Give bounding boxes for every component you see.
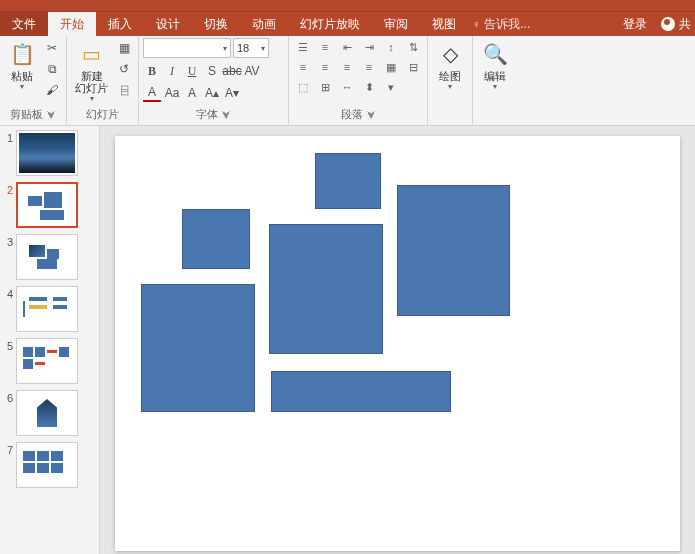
italic-button[interactable]: I <box>163 62 181 80</box>
font-dialog-launcher[interactable]: ⮟ <box>222 110 231 120</box>
thumb-slide-2[interactable]: 2 <box>2 182 97 228</box>
layout-icon: ▦ <box>119 41 130 55</box>
slides-group-label: 幻灯片 <box>71 105 134 123</box>
group-clipboard: 📋 粘贴 ▾ ✂ ⧉ 🖌 剪贴板⮟ <box>0 36 67 125</box>
paste-button[interactable]: 📋 粘贴 ▾ <box>4 38 40 93</box>
align-right-button[interactable]: ≡ <box>337 58 357 76</box>
shape-rectangle[interactable] <box>397 185 510 316</box>
thumb-slide-3[interactable]: 3 <box>2 234 97 280</box>
paragraph-dialog-launcher[interactable]: ⮟ <box>367 110 376 120</box>
shape-rectangle[interactable] <box>269 224 383 354</box>
text-direction-button[interactable]: ⇅ <box>403 38 423 56</box>
reset-icon: ↺ <box>119 62 129 76</box>
font-size-combo[interactable]: 18▾ <box>233 38 269 58</box>
shapes-icon: ◇ <box>436 40 464 68</box>
decrease-font-button[interactable]: A▾ <box>223 84 241 102</box>
decrease-indent-button[interactable]: ⇤ <box>337 38 357 56</box>
convert-smartart-button[interactable]: ⬚ <box>293 78 313 96</box>
share-button[interactable]: 共 <box>675 16 695 33</box>
increase-indent-button[interactable]: ⇥ <box>359 38 379 56</box>
group-slides: ▭ 新建 幻灯片 ▾ ▦ ↺ ⌸ 幻灯片 <box>67 36 139 125</box>
underline-button[interactable]: U <box>183 62 201 80</box>
char-spacing-button[interactable]: AV <box>243 62 261 80</box>
section-button[interactable]: ⌸ <box>114 80 134 100</box>
tab-view[interactable]: 视图 <box>420 12 468 36</box>
cut-button[interactable]: ✂ <box>42 38 62 58</box>
group-paragraph: ☰ ≡ ⇤ ⇥ ↕ ⇅ ≡ ≡ ≡ ≡ ▦ ⊟ ⬚ ⊞ ↔ ⬍ ▾ <box>289 36 428 125</box>
thumb-number: 6 <box>2 390 16 404</box>
brush-icon: 🖌 <box>46 83 58 97</box>
thumb-slide-5[interactable]: 5 <box>2 338 97 384</box>
shadow-button[interactable]: S <box>203 62 221 80</box>
tab-slideshow[interactable]: 幻灯片放映 <box>288 12 372 36</box>
section-icon: ⌸ <box>121 83 128 97</box>
editing-button[interactable]: 🔍 编辑 ▾ <box>477 38 513 93</box>
vertical-text-button[interactable]: ⬍ <box>359 78 379 96</box>
copy-icon: ⧉ <box>48 62 57 76</box>
drawing-button[interactable]: ◇ 绘图 ▾ <box>432 38 468 93</box>
slide-canvas-area[interactable] <box>100 126 695 554</box>
thumb-slide-4[interactable]: 4 <box>2 286 97 332</box>
thumb-slide-7[interactable]: 7 <box>2 442 97 488</box>
chevron-down-icon: ▾ <box>448 82 452 91</box>
tab-review[interactable]: 审阅 <box>372 12 420 36</box>
thumb-slide-6[interactable]: 6 <box>2 390 97 436</box>
paste-label: 粘贴 <box>11 70 33 82</box>
line-spacing-button[interactable]: ↕ <box>381 38 401 56</box>
thumbnail-panel[interactable]: 1 2 3 4 5 6 7 <box>0 126 100 554</box>
chevron-down-icon: ▾ <box>20 82 24 91</box>
thumb-number: 3 <box>2 234 16 248</box>
align-left-button[interactable]: ≡ <box>293 58 313 76</box>
tab-animations[interactable]: 动画 <box>240 12 288 36</box>
font-size-value: 18 <box>237 42 249 54</box>
thumb-number: 7 <box>2 442 16 456</box>
reset-button[interactable]: ↺ <box>114 59 134 79</box>
layout-button[interactable]: ▦ <box>114 38 134 58</box>
increase-font-button[interactable]: A▴ <box>203 84 221 102</box>
numbering-button[interactable]: ≡ <box>315 38 335 56</box>
tab-design[interactable]: 设计 <box>144 12 192 36</box>
workspace: 1 2 3 4 5 6 7 <box>0 126 695 554</box>
slide[interactable] <box>115 136 680 551</box>
thumb-number: 1 <box>2 130 16 144</box>
shape-rectangle[interactable] <box>271 371 451 412</box>
justify-button[interactable]: ≡ <box>359 58 379 76</box>
tab-insert[interactable]: 插入 <box>96 12 144 36</box>
bullets-button[interactable]: ☰ <box>293 38 313 56</box>
tab-transitions[interactable]: 切换 <box>192 12 240 36</box>
tab-file[interactable]: 文件 <box>0 12 48 36</box>
tellme-search[interactable]: ♀ 告诉我... <box>472 16 530 33</box>
thumb-slide-1[interactable]: 1 <box>2 130 97 176</box>
align-objects-button[interactable]: ⊞ <box>315 78 335 96</box>
group-font: ▾ 18▾ B I U S abc AV A Aa A A▴ A▾ 字体⮟ <box>139 36 289 125</box>
tab-home[interactable]: 开始 <box>48 12 96 36</box>
tellme-label: 告诉我... <box>484 16 530 33</box>
more-para-button[interactable]: ▾ <box>381 78 401 96</box>
title-bar <box>0 0 695 12</box>
search-icon: 🔍 <box>481 40 509 68</box>
columns-button[interactable]: ▦ <box>381 58 401 76</box>
format-painter-button[interactable]: 🖌 <box>42 80 62 100</box>
distribute-button[interactable]: ↔ <box>337 78 357 96</box>
editing-label: 编辑 <box>484 70 506 82</box>
clipboard-dialog-launcher[interactable]: ⮟ <box>47 110 56 120</box>
strike-button[interactable]: abc <box>223 62 241 80</box>
copy-button[interactable]: ⧉ <box>42 59 62 79</box>
align-text-button[interactable]: ⊟ <box>403 58 423 76</box>
thumb-number: 5 <box>2 338 16 352</box>
font-name-combo[interactable]: ▾ <box>143 38 231 58</box>
bold-button[interactable]: B <box>143 62 161 80</box>
clear-format-button[interactable]: A <box>183 84 201 102</box>
shape-rectangle[interactable] <box>182 209 250 269</box>
login-button[interactable]: 登录 <box>615 16 655 33</box>
align-center-button[interactable]: ≡ <box>315 58 335 76</box>
new-slide-icon: ▭ <box>78 40 106 68</box>
shape-rectangle[interactable] <box>315 153 381 209</box>
shape-rectangle[interactable] <box>141 284 255 412</box>
thumb-number: 4 <box>2 286 16 300</box>
font-color-button[interactable]: A <box>143 84 161 102</box>
user-icon[interactable] <box>661 17 675 31</box>
change-case-button[interactable]: Aa <box>163 84 181 102</box>
new-slide-button[interactable]: ▭ 新建 幻灯片 ▾ <box>71 38 112 105</box>
paragraph-group-label: 段落 <box>341 108 363 120</box>
